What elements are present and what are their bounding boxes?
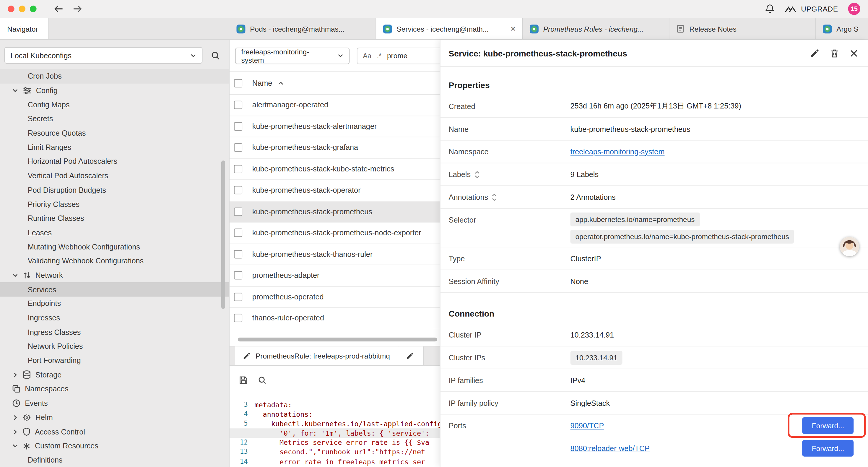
tab-close-icon[interactable]: × — [510, 24, 516, 33]
table-row[interactable]: kube-prometheus-stack-thanos-ruler — [229, 244, 440, 265]
tab-pods-icecheng-mathmas[interactable]: Pods - icecheng@mathmas... — [229, 18, 376, 39]
sidebar-item-events[interactable]: Events — [0, 396, 229, 410]
sidebar-item-validating-webhook-configurations[interactable]: Validating Webhook Configurations — [0, 254, 229, 268]
sort-icon — [492, 193, 497, 200]
port-link[interactable]: 8080:reloader-web/TCP — [570, 444, 650, 453]
detail-label: IP family policy — [449, 399, 570, 407]
row-checkbox[interactable] — [234, 293, 242, 301]
sidebar-item-storage[interactable]: Storage — [0, 368, 229, 382]
sidebar-item-network[interactable]: Network — [0, 268, 229, 282]
dock-tab[interactable] — [398, 346, 424, 365]
table-row[interactable]: prometheus-adapter — [229, 265, 440, 286]
notification-count-badge[interactable]: 15 — [848, 3, 860, 15]
port-link[interactable]: 9090/TCP — [570, 422, 604, 430]
tab-bar: Navigator Pods - icecheng@mathmas...Serv… — [0, 18, 868, 40]
delete-icon[interactable] — [831, 49, 839, 58]
sidebar-item-runtime-classes[interactable]: Runtime Classes — [0, 211, 229, 226]
sidebar-item-config[interactable]: Config — [0, 83, 229, 97]
sidebar-item-custom-resources[interactable]: Custom Resources — [0, 439, 229, 453]
upgrade-button[interactable]: UPGRADE — [784, 4, 838, 13]
row-checkbox[interactable] — [234, 271, 242, 280]
regex-toggle[interactable]: .* — [377, 52, 382, 59]
tab-release-notes[interactable]: Release Notes — [670, 18, 816, 39]
row-checkbox[interactable] — [234, 229, 242, 237]
service-name: alertmanager-operated — [252, 101, 328, 109]
sidebar-item-config-maps[interactable]: Config Maps — [0, 97, 229, 112]
sidebar-item-services[interactable]: Services — [0, 283, 229, 297]
sidebar-item-ingresses[interactable]: Ingresses — [0, 311, 229, 325]
select-all-checkbox[interactable] — [234, 79, 242, 87]
sidebar-item-vertical-pod-autoscalers[interactable]: Vertical Pod Autoscalers — [0, 169, 229, 183]
notifications-bell-icon[interactable] — [765, 4, 774, 14]
sidebar-item-leases[interactable]: Leases — [0, 226, 229, 240]
table-row[interactable]: kube-prometheus-stack-grafana — [229, 137, 440, 158]
match-case-toggle[interactable]: Aa — [363, 52, 371, 59]
sidebar-item-resource-quotas[interactable]: Resource Quotas — [0, 126, 229, 140]
sidebar-item-mutating-webhook-configurations[interactable]: Mutating Webhook Configurations — [0, 240, 229, 254]
sidebar-item-secrets[interactable]: Secrets — [0, 112, 229, 126]
code-text: metadata: — [254, 400, 440, 410]
search-input[interactable]: Aa .* prome — [357, 47, 440, 64]
sidebar-item-pod-disruption-budgets[interactable]: Pod Disruption Budgets — [0, 183, 229, 197]
sort-ascending-icon[interactable] — [278, 80, 284, 86]
save-icon[interactable] — [239, 375, 248, 384]
tab-services-icecheng-math[interactable]: Services - icecheng@math...× — [376, 18, 523, 39]
sidebar-item-network-policies[interactable]: Network Policies — [0, 339, 229, 353]
row-checkbox[interactable] — [234, 186, 242, 195]
detail-row-labels: Labels9 Labels — [440, 163, 868, 186]
sidebar-item-port-forwarding[interactable]: Port Forwarding — [0, 353, 229, 368]
sidebar-item-horizontal-pod-autoscalers[interactable]: Horizontal Pod Autoscalers — [0, 154, 229, 169]
sidebar-item-label: Ingresses — [28, 314, 60, 322]
close-icon[interactable] — [850, 49, 858, 57]
editor-search-icon[interactable] — [258, 375, 267, 384]
sidebar-item-namespaces[interactable]: Namespaces — [0, 382, 229, 396]
service-name: kube-prometheus-stack-kube-state-metrics — [252, 165, 394, 173]
sidebar-search-button[interactable] — [207, 47, 223, 63]
edit-icon[interactable] — [810, 49, 819, 58]
row-checkbox[interactable] — [234, 250, 242, 258]
table-row[interactable]: thanos-ruler-operated — [229, 308, 440, 329]
sidebar-item-helm[interactable]: Helm — [0, 410, 229, 425]
sidebar-item-priority-classes[interactable]: Priority Classes — [0, 197, 229, 211]
name-column-header[interactable]: Name — [252, 79, 272, 87]
row-checkbox[interactable] — [234, 101, 242, 109]
sidebar-item-definitions[interactable]: Definitions — [0, 453, 229, 467]
row-checkbox[interactable] — [234, 122, 242, 130]
table-row[interactable]: kube-prometheus-stack-operator — [229, 180, 440, 201]
forward-button[interactable]: Forward... — [802, 440, 854, 457]
yaml-editor[interactable]: 3metadata:4 annotations:5 kubectl.kubern… — [229, 392, 440, 467]
sidebar-item-access-control[interactable]: Access Control — [0, 425, 229, 439]
horizontal-scrollbar[interactable] — [238, 338, 437, 341]
dock-tab-prometheusrule-freeleaps-prod-rabbitmq[interactable]: PrometheusRule: freeleaps-prod-rabbitmq — [235, 346, 398, 365]
tab-prometheus-rules-icecheng[interactable]: Prometheus Rules - icecheng... — [523, 18, 670, 39]
table-row[interactable]: kube-prometheus-stack-kube-state-metrics — [229, 158, 440, 180]
sidebar-item-limit-ranges[interactable]: Limit Ranges — [0, 140, 229, 154]
detail-value: ClusterIP — [570, 254, 854, 262]
avatar[interactable] — [840, 237, 859, 256]
row-checkbox[interactable] — [234, 143, 242, 152]
row-checkbox[interactable] — [234, 207, 242, 216]
row-checkbox[interactable] — [234, 165, 242, 173]
window-controls — [8, 6, 36, 12]
sidebar-item-ingress-classes[interactable]: Ingress Classes — [0, 325, 229, 339]
sidebar-scrollbar[interactable] — [221, 160, 225, 309]
forward-icon[interactable] — [72, 4, 83, 13]
table-row[interactable]: alertmanager-operated — [229, 95, 440, 116]
navigator-tab[interactable]: Navigator — [0, 18, 49, 39]
forward-button[interactable]: Forward... — [802, 417, 854, 434]
table-row[interactable]: kube-prometheus-stack-prometheus-node-ex… — [229, 223, 440, 244]
table-row[interactable]: prometheus-operated — [229, 286, 440, 308]
table-row[interactable]: kube-prometheus-stack-alertmanager — [229, 116, 440, 137]
row-checkbox[interactable] — [234, 314, 242, 322]
kubeconfig-selector[interactable]: Local Kubeconfigs — [4, 47, 203, 63]
namespace-link[interactable]: freeleaps-monitoring-system — [570, 147, 665, 156]
back-icon[interactable] — [53, 4, 64, 13]
sidebar-item-endpoints[interactable]: Endpoints — [0, 297, 229, 311]
namespace-selector[interactable]: freeleaps-monitoring-system — [235, 47, 350, 64]
sidebar-item-cron-jobs[interactable]: Cron Jobs — [0, 69, 229, 83]
maximize-window-button[interactable] — [30, 6, 36, 12]
table-row[interactable]: kube-prometheus-stack-prometheus — [229, 201, 440, 223]
tab-argo-s[interactable]: Argo S — [816, 18, 868, 39]
minimize-window-button[interactable] — [19, 6, 25, 12]
close-window-button[interactable] — [8, 6, 14, 12]
